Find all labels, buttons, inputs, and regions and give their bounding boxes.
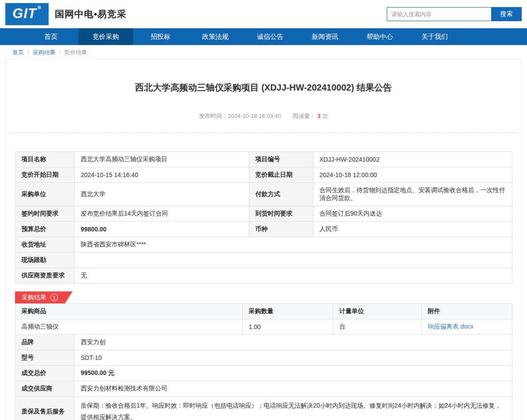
- page-title: 西北大学高频动三轴仪采购项目 (XDJJ-HW-202410002) 结果公告: [6, 82, 521, 94]
- row-label: 成交供应商: [15, 381, 74, 397]
- column-header: 采购商品: [15, 304, 242, 319]
- supplier-value: 西安力创材料检测技术有限公司: [74, 381, 512, 397]
- warranty-service-value: 质保期：验收合格后1年。响应时效：即时响应（包括电话响应）；电话响应无法解决20…: [74, 397, 512, 420]
- result-detail-table: 品牌 西安力创 型号 SDT-10 成交总价 99500.00 元 成交供应商 …: [15, 334, 512, 420]
- breadcrumb: 首页/采购结果/竞价结果: [0, 45, 527, 59]
- nav-item-policies[interactable]: 政策法规: [188, 28, 243, 45]
- deal-total-price: 99500.00 元: [74, 366, 512, 381]
- row-label: 质保及售后服务: [15, 397, 74, 420]
- nav-item-integrity-notice[interactable]: 诚信公告: [243, 28, 298, 45]
- table-row: 现场踏勘: [15, 253, 512, 268]
- row-label: 项目名称: [15, 152, 74, 167]
- row-value: 无: [74, 268, 512, 284]
- table-row: 成交总价 99500.00 元: [15, 366, 512, 381]
- column-header: 计量单位: [333, 304, 421, 319]
- views-label: 阅读量：: [293, 113, 316, 119]
- row-label: 到货时间要求: [249, 206, 313, 222]
- top-header: GIT® 国网中电•易竞采 搜索: [0, 0, 527, 28]
- nav-item-home[interactable]: 首页: [23, 28, 78, 45]
- announcement-card: 西北大学高频动三轴仪采购项目 (XDJJ-HW-202410002) 结果公告 …: [5, 59, 522, 420]
- search-button[interactable]: 搜索: [491, 7, 522, 21]
- breadcrumb-current: 竞价结果: [64, 49, 87, 56]
- table-row: 型号 SDT-10: [15, 350, 512, 366]
- table-row: 预算总价 99800.00 币种 人民币: [15, 222, 512, 237]
- budget-total-price: 99800.00: [74, 222, 249, 237]
- row-label: 竞价截止日期: [249, 167, 313, 183]
- breadcrumb-home-link[interactable]: 首页: [12, 49, 24, 56]
- nav-item-news[interactable]: 新闻资讯: [298, 28, 352, 45]
- nav-item-tendering[interactable]: 招投标: [133, 28, 188, 45]
- procurement-result-badge: 采购结果 1: [15, 291, 73, 303]
- breadcrumb-section-link[interactable]: 采购结果: [33, 49, 56, 56]
- row-value: 人民币: [313, 222, 512, 237]
- table-row: 项目名称 西北大学高频动三轴仪采购项目 项目编号 XDJJ-HW-2024100…: [15, 152, 512, 167]
- nav-item-about-us[interactable]: 关于我们: [407, 28, 462, 45]
- column-header: 采购数量: [242, 304, 333, 319]
- table-row: 收货地址 陕西省西安市碑林区****: [15, 237, 512, 253]
- row-label: 型号: [15, 350, 74, 366]
- article-meta: 发布时间：2024-10-18 16:03:40阅读量：3次: [6, 112, 521, 120]
- views-count: 3: [317, 113, 321, 119]
- product-result-table: 采购商品 采购数量 计量单位 附件 高频动三轴仪 1.00 台 响应偏离表.do…: [15, 303, 512, 335]
- main-nav: 首页 竞价采购 招投标 政策法规 诚信公告 新闻资讯 帮助中心 关于我们: [0, 28, 527, 45]
- product-quantity: 1.00: [242, 319, 333, 335]
- site-logo[interactable]: GIT®: [5, 3, 49, 25]
- row-label: 付款方式: [249, 183, 313, 206]
- row-value: 西北大学高频动三轴仪采购项目: [74, 152, 249, 167]
- logo-text: GIT: [12, 3, 37, 24]
- search-input[interactable]: [387, 7, 491, 21]
- table-row: 供应商资质要求 无: [15, 268, 512, 284]
- dashed-divider: [10, 132, 517, 133]
- row-label: 现场踏勘: [15, 253, 74, 268]
- row-label: 成交总价: [15, 366, 74, 381]
- table-row: 竞价开始日期 2024-10-15 14:16:40 竞价截止日期 2024-1…: [15, 167, 512, 183]
- result-section: 采购结果 1: [15, 291, 512, 303]
- breadcrumb-separator: /: [59, 49, 61, 56]
- row-label: 签约时间要求: [15, 206, 74, 222]
- badge-count: 1: [50, 294, 58, 301]
- publish-time-value: 2024-10-18 16:03:40: [228, 113, 281, 119]
- breadcrumb-separator: /: [27, 49, 29, 56]
- column-header: 附件: [421, 304, 512, 319]
- row-value: 合同签订后90天内送达: [313, 206, 512, 222]
- row-value: [74, 253, 512, 268]
- row-label: 采购单位: [15, 183, 74, 206]
- model-value: SDT-10: [74, 350, 512, 366]
- site-title: 国网中电•易竞采: [55, 8, 126, 20]
- views-unit: 次: [322, 113, 328, 119]
- row-value: XDJJ-HW-202410002: [313, 152, 512, 167]
- row-label: 供应商资质要求: [15, 268, 74, 284]
- row-value: 2024-10-15 14:16:40: [74, 167, 249, 183]
- row-value: 合同生效后，待货物到达指定地点、安装调试验收合格后，一次性付清合同货款。: [313, 183, 512, 206]
- nav-item-help-center[interactable]: 帮助中心: [352, 28, 407, 45]
- row-label: 币种: [249, 222, 313, 237]
- row-value: 2024-10-18 12:00:00: [313, 167, 512, 183]
- publish-time-label: 发布时间：: [199, 113, 228, 119]
- row-value: 陕西省西安市碑林区****: [74, 237, 512, 253]
- row-label: 竞价开始日期: [15, 167, 74, 183]
- table-row: 质保及售后服务 质保期：验收合格后1年。响应时效：即时响应（包括电话响应）；电话…: [15, 397, 512, 420]
- brand-value: 西安力创: [74, 335, 512, 350]
- table-row: 采购单位 西北大学 付款方式 合同生效后，待货物到达指定地点、安装调试验收合格后…: [15, 183, 512, 206]
- table-row: 品牌 西安力创: [15, 335, 512, 350]
- badge-label: 采购结果: [22, 294, 46, 302]
- row-label: 品牌: [15, 335, 74, 350]
- table-row: 成交供应商 西安力创材料检测技术有限公司: [15, 381, 512, 397]
- row-value: 发布竞价结果后14天内签订合同: [74, 206, 249, 222]
- attachment-link[interactable]: 响应偏离表.docx: [428, 323, 474, 330]
- row-value: 西北大学: [74, 183, 249, 206]
- table-row: 高频动三轴仪 1.00 台 响应偏离表.docx: [15, 319, 512, 335]
- row-label: 收货地址: [15, 237, 74, 253]
- project-info-table: 项目名称 西北大学高频动三轴仪采购项目 项目编号 XDJJ-HW-2024100…: [15, 151, 512, 284]
- logo-registered-mark: ®: [38, 3, 42, 12]
- product-name: 高频动三轴仪: [15, 319, 242, 335]
- row-label: 项目编号: [249, 152, 313, 167]
- row-label: 预算总价: [15, 222, 74, 237]
- search-box: 搜索: [387, 7, 522, 21]
- product-unit: 台: [333, 319, 421, 335]
- table-row: 签约时间要求 发布竞价结果后14天内签订合同 到货时间要求 合同签订后90天内送…: [15, 206, 512, 222]
- nav-item-bidding-procurement[interactable]: 竞价采购: [78, 28, 133, 45]
- table-header-row: 采购商品 采购数量 计量单位 附件: [15, 304, 512, 319]
